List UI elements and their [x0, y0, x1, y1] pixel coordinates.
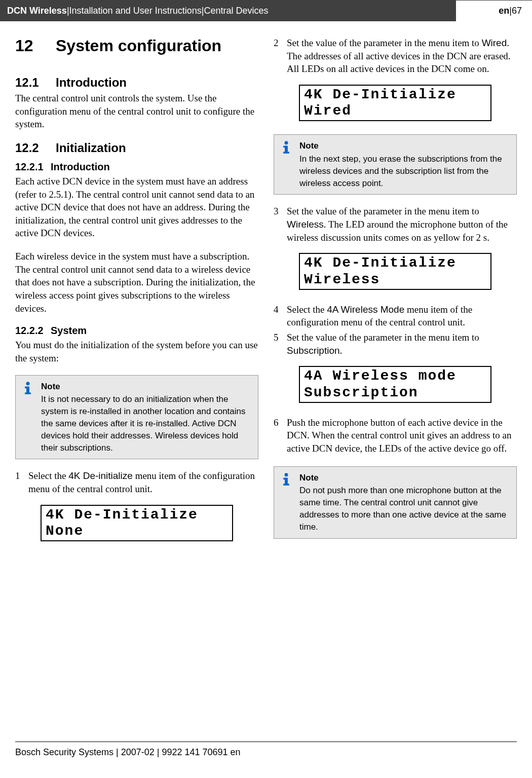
system-paragraph: You must do the initialization of the sy… — [15, 339, 258, 364]
step-num: 5 — [274, 331, 287, 357]
lcd-display-1: 4K De-Initialize None — [41, 505, 233, 541]
note-text: In the next step, you erase the subscrip… — [299, 153, 510, 189]
intro-paragraph: The central control unit controls the sy… — [15, 92, 258, 131]
info-icon — [21, 381, 41, 454]
svg-rect-6 — [283, 146, 286, 148]
svg-rect-7 — [283, 152, 289, 154]
subsection-num: 12.2.1 — [15, 161, 51, 173]
note-title: Note — [41, 381, 252, 393]
step-text: Set the value of the parameter in the me… — [287, 331, 517, 357]
svg-rect-3 — [25, 392, 31, 394]
footer: Bosch Security Systems | 2007-02 | 9922 … — [15, 742, 517, 758]
step-text: Select the 4K De-initialize menu item of… — [28, 469, 258, 495]
note-title: Note — [299, 472, 510, 484]
section-text: Initialization — [56, 141, 126, 155]
info-icon — [279, 140, 299, 189]
note-title: Note — [299, 140, 510, 152]
note-box-3: Note Do not push more than one microphon… — [274, 466, 517, 539]
info-icon — [279, 472, 299, 533]
step-text: Push the microphone button of each activ… — [287, 416, 517, 455]
step-3: 3 Set the value of the parameter in the … — [274, 205, 517, 244]
lcd-display-2: 4K De-Initialize Wired — [299, 85, 491, 121]
subsection-12-2-1: 12.2.1 Introduction — [15, 161, 258, 173]
header-section: Central Devices — [204, 6, 268, 16]
content-area: 12 System configuration 12.1 Introductio… — [0, 21, 532, 554]
section-12-1: 12.1 Introduction — [15, 76, 258, 90]
svg-rect-2 — [25, 386, 28, 388]
header-right: en | 67 — [456, 0, 532, 21]
init-paragraph-1: Each active DCN device in the system mus… — [15, 175, 258, 240]
subsection-text: System — [51, 325, 87, 337]
svg-point-8 — [285, 473, 288, 476]
lcd-display-3: 4K De-Initialize Wireless — [299, 253, 491, 289]
note-content: Note It is not necessary to do an initia… — [41, 381, 252, 454]
svg-rect-11 — [283, 484, 289, 486]
step-5: 5 Set the value of the parameter in the … — [274, 331, 517, 357]
lcd-display-4: 4A Wireless mode Subscription — [299, 366, 491, 402]
column-left: 12 System configuration 12.1 Introductio… — [15, 36, 258, 554]
step-num: 6 — [274, 416, 287, 455]
svg-point-0 — [26, 382, 30, 385]
subsection-text: Introduction — [51, 161, 110, 173]
chapter-num: 12 — [15, 36, 56, 55]
step-1: 1 Select the 4K De-initialize menu item … — [15, 469, 258, 495]
step-num: 3 — [274, 205, 287, 244]
chapter-text: System configuration — [56, 36, 221, 55]
step-text: Select the 4A Wireless Mode menu item of… — [287, 303, 517, 329]
note-box-2: Note In the next step, you erase the sub… — [274, 134, 517, 195]
header-page: 67 — [512, 6, 522, 16]
svg-rect-10 — [283, 477, 286, 479]
note-text: It is not necessary to do an initializat… — [41, 393, 252, 454]
step-2: 2 Set the value of the parameter in the … — [274, 36, 517, 76]
note-content: Note Do not push more than one microphon… — [299, 472, 510, 533]
note-box-1: Note It is not necessary to do an initia… — [15, 375, 258, 460]
step-num: 2 — [274, 36, 287, 76]
init-paragraph-2: Each wireless device in the system must … — [15, 250, 258, 315]
chapter-title: 12 System configuration — [15, 36, 258, 55]
column-right: 2 Set the value of the parameter in the … — [274, 36, 517, 554]
step-num: 1 — [15, 469, 28, 495]
header-doc-title: Installation and User Instructions — [69, 6, 202, 16]
note-content: Note In the next step, you erase the sub… — [299, 140, 510, 189]
section-12-2: 12.2 Initialization — [15, 141, 258, 155]
subsection-num: 12.2.2 — [15, 325, 51, 337]
header-bar: DCN Wireless | Installation and User Ins… — [0, 0, 532, 21]
note-text: Do not push more than one microphone but… — [299, 485, 510, 533]
header-product: DCN Wireless — [7, 6, 67, 16]
step-6: 6 Push the microphone button of each act… — [274, 416, 517, 455]
step-text: Set the value of the parameter in the me… — [287, 205, 517, 244]
header-left: DCN Wireless | Installation and User Ins… — [0, 0, 456, 21]
subsection-12-2-2: 12.2.2 System — [15, 325, 258, 337]
svg-point-4 — [285, 141, 288, 145]
section-text: Introduction — [56, 76, 127, 90]
section-num: 12.2 — [15, 141, 56, 155]
header-lang: en — [499, 6, 509, 16]
step-num: 4 — [274, 303, 287, 329]
step-text: Set the value of the parameter in the me… — [287, 36, 517, 76]
footer-text: Bosch Security Systems | 2007-02 | 9922 … — [15, 747, 241, 757]
step-4: 4 Select the 4A Wireless Mode menu item … — [274, 303, 517, 329]
section-num: 12.1 — [15, 76, 56, 90]
